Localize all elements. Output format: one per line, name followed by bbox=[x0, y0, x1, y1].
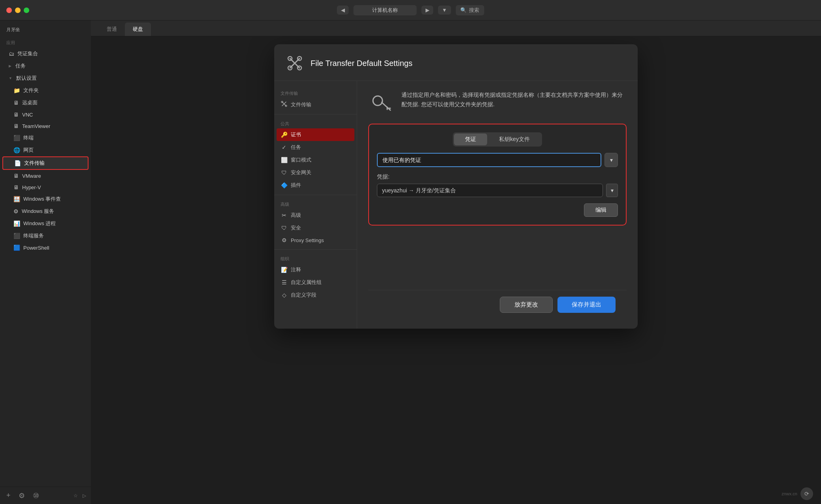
tab-disk[interactable]: 硬盘 bbox=[125, 23, 151, 36]
dialog-content: 通过指定用户名和密码，选择现有凭据或指定凭据名称（主要在文档共享方案中使用）来分… bbox=[357, 81, 638, 329]
remote-desktop-icon: 🖥 bbox=[13, 100, 19, 106]
edit-button[interactable]: 编辑 bbox=[584, 203, 618, 217]
sidebar-item-folder[interactable]: 📁 文件夹 bbox=[2, 85, 89, 96]
main-area: 普通 硬盘 File Transfer Default Settings bbox=[91, 21, 821, 504]
secure-gateway-icon: 🛡 bbox=[281, 169, 288, 176]
nav-item-security[interactable]: 🛡 安全 bbox=[274, 222, 357, 234]
save-button[interactable]: 保存并退出 bbox=[557, 297, 616, 313]
nav-file-transfer-icon bbox=[281, 101, 288, 108]
sidebar-item-terminal[interactable]: ⬛ 终端 bbox=[2, 132, 89, 144]
dialog-header: File Transfer Default Settings bbox=[274, 44, 638, 81]
nav-item-file-transfer[interactable]: 文件传输 bbox=[274, 98, 357, 111]
dialog-container: File Transfer Default Settings 文件传输 文件传输 bbox=[91, 36, 821, 504]
description-area: 通过指定用户名和密码，选择现有凭据或指定凭据名称（主要在文档共享方案中使用）来分… bbox=[368, 90, 627, 116]
tab-normal[interactable]: 普通 bbox=[99, 23, 125, 36]
cancel-button[interactable]: 放弃更改 bbox=[500, 297, 553, 313]
sidebar-item-windows-services[interactable]: ⚙ Windows 服务 bbox=[2, 205, 89, 217]
sidebar-item-tasks[interactable]: 任务 bbox=[2, 60, 89, 72]
machine-name: 计算机名称 bbox=[354, 5, 417, 15]
status-bar-right: znwx.cn ⟳ bbox=[781, 487, 813, 500]
titlebar: ◀ 计算机名称 ▶ ▼ 🔍 搜索 bbox=[0, 0, 821, 21]
credential-label: 凭据: bbox=[377, 173, 618, 181]
nav-item-advanced[interactable]: ✂ 高级 bbox=[274, 209, 357, 222]
certificate-icon: 🔑 bbox=[281, 132, 288, 138]
nav-item-tasks[interactable]: ✓ 任务 bbox=[274, 141, 357, 154]
play-button[interactable]: ▼ bbox=[438, 6, 451, 15]
security-icon: 🛡 bbox=[281, 225, 288, 231]
add-button[interactable]: + bbox=[5, 490, 12, 501]
sidebar-item-teamviewer[interactable]: 🖥 TeamViewer bbox=[2, 120, 89, 132]
dialog-nav: 文件传输 文件传输 公共 🔑 证书 ✓ bbox=[274, 81, 357, 329]
sidebar-item-hyper-v[interactable]: 🖥 Hyper-V bbox=[2, 182, 89, 193]
dialog-footer: 放弃更改 保存并退出 bbox=[368, 290, 627, 319]
nav-item-custom-fields[interactable]: ◇ 自定义字段 bbox=[274, 289, 357, 301]
inner-tab-private-key[interactable]: 私钥key文件 bbox=[488, 134, 541, 145]
credential-select[interactable]: yueyazhui → 月牙坐/凭证集合 bbox=[377, 184, 603, 197]
sidebar-item-windows-events[interactable]: 🪟 Windows 事件查 bbox=[2, 193, 89, 205]
search-icon: 🔍 bbox=[460, 7, 467, 13]
sidebar-item-remote-desktop[interactable]: 🖥 远桌面 bbox=[2, 97, 89, 109]
nav-item-secure-gateway[interactable]: 🛡 安全网关 bbox=[274, 166, 357, 179]
nav-group-advanced: 高级 bbox=[274, 198, 357, 209]
sidebar-item-powershell[interactable]: 🟦 PowerShell bbox=[2, 242, 89, 253]
windows-processes-icon: 📊 bbox=[13, 220, 20, 227]
sidebar-group-app: 应用 bbox=[0, 36, 91, 47]
nav-item-plugins[interactable]: 🔷 插件 bbox=[274, 179, 357, 192]
notes-icon: 📝 bbox=[281, 267, 288, 273]
sidebar-item-vnc[interactable]: 🖥 VNC bbox=[2, 109, 89, 120]
settings-button[interactable]: ⚙ bbox=[17, 490, 26, 502]
sidebar-item-file-transfer[interactable]: 📄 文件传输 bbox=[2, 156, 89, 170]
sidebar-item-web[interactable]: 🌐 网页 bbox=[2, 144, 89, 156]
inner-tab-credential[interactable]: 凭证 bbox=[454, 134, 487, 145]
nav-group-org: 组织 bbox=[274, 253, 357, 263]
search-button[interactable]: 🔍 搜索 bbox=[456, 5, 484, 15]
nav-item-certificate[interactable]: 🔑 证书 bbox=[277, 128, 354, 141]
sidebar: 月牙坐 应用 🗂 凭证集合 任务 默认设置 📁 文件夹 🖥 远桌面 🖥 VNC … bbox=[0, 21, 91, 487]
version-button[interactable]: ⑩ bbox=[31, 490, 41, 502]
action-button[interactable]: ▶ bbox=[422, 6, 433, 15]
back-button[interactable]: ◀ bbox=[337, 6, 349, 15]
windows-events-icon: 🪟 bbox=[13, 196, 20, 202]
vnc-icon: 🖥 bbox=[13, 111, 19, 118]
custom-fields-icon: ◇ bbox=[281, 292, 288, 298]
nav-item-notes[interactable]: 📝 注释 bbox=[274, 263, 357, 276]
dropdown-arrow-btn[interactable]: ▾ bbox=[604, 153, 618, 167]
bottombar: + ⚙ ⑩ ☆ ▷ bbox=[0, 487, 91, 504]
proxy-icon: ⚙ bbox=[281, 237, 288, 243]
credential-select-arrow[interactable]: ▾ bbox=[606, 184, 618, 197]
status-circle[interactable]: ⟳ bbox=[800, 487, 813, 500]
sidebar-item-windows-processes[interactable]: 📊 Windows 进程 bbox=[2, 218, 89, 229]
web-icon: 🌐 bbox=[13, 147, 20, 153]
nav-group-public: 公共 bbox=[274, 118, 357, 128]
folder-icon: 📁 bbox=[13, 87, 20, 94]
play-icon: ▷ bbox=[83, 493, 86, 498]
terminal-service-icon: ⬛ bbox=[13, 233, 20, 239]
sidebar-item-terminal-service[interactable]: ⬛ 终端服务 bbox=[2, 230, 89, 242]
minimize-button[interactable] bbox=[15, 8, 21, 13]
description-text: 通过指定用户名和密码，选择现有凭据或指定凭据名称（主要在文档共享方案中使用）来分… bbox=[401, 90, 627, 109]
watermark: znwx.cn bbox=[781, 491, 797, 496]
close-button[interactable] bbox=[6, 8, 12, 13]
credential-mode-select[interactable]: 使用已有的凭证 bbox=[377, 153, 601, 167]
sidebar-item-vmware[interactable]: 🖥 VMware bbox=[2, 170, 89, 181]
window-mode-icon: ⬜ bbox=[281, 157, 288, 163]
tasks-icon: ✓ bbox=[281, 144, 288, 150]
sidebar-item-credentials[interactable]: 🗂 凭证集合 bbox=[2, 48, 89, 60]
traffic-lights bbox=[6, 8, 29, 13]
maximize-button[interactable] bbox=[24, 8, 29, 13]
tabbar: 普通 硬盘 bbox=[91, 21, 821, 36]
titlebar-center: ◀ 计算机名称 ▶ ▼ 🔍 搜索 bbox=[337, 5, 484, 15]
vmware-icon: 🖥 bbox=[13, 173, 19, 179]
credential-row: yueyazhui → 月牙坐/凭证集合 ▾ bbox=[377, 184, 618, 197]
advanced-icon: ✂ bbox=[281, 212, 288, 218]
star-icon: ☆ bbox=[73, 493, 78, 498]
inner-tab-row: 凭证 私钥key文件 bbox=[453, 132, 542, 147]
dialog: File Transfer Default Settings 文件传输 文件传输 bbox=[274, 44, 638, 329]
svg-line-7 bbox=[382, 102, 390, 110]
edit-btn-row: 编辑 bbox=[377, 203, 618, 217]
nav-item-proxy[interactable]: ⚙ Proxy Settings bbox=[274, 234, 357, 246]
powershell-icon: 🟦 bbox=[13, 244, 20, 251]
nav-item-window-mode[interactable]: ⬜ 窗口模式 bbox=[274, 154, 357, 166]
nav-item-custom-attrs[interactable]: ☰ 自定义属性组 bbox=[274, 276, 357, 289]
sidebar-item-default-settings[interactable]: 默认设置 bbox=[2, 72, 89, 84]
